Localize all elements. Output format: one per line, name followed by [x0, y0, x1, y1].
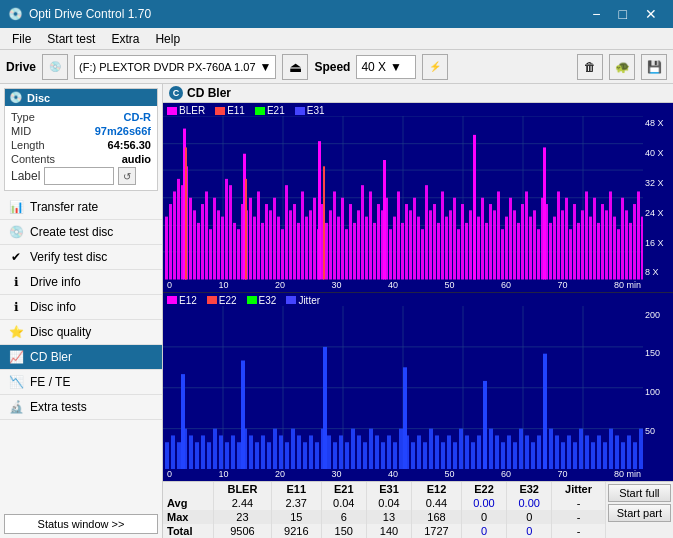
- svg-rect-221: [567, 435, 571, 469]
- svg-rect-154: [165, 442, 169, 469]
- nav-disc-quality[interactable]: ⭐ Disc quality: [0, 320, 162, 345]
- action-btn-2[interactable]: 🐢: [609, 54, 635, 80]
- svg-rect-77: [417, 217, 420, 280]
- nav-disc-quality-label: Disc quality: [30, 325, 91, 339]
- x1-70: 70: [557, 280, 567, 290]
- nav-drive-info[interactable]: ℹ Drive info: [0, 270, 162, 295]
- speed-icon-btn[interactable]: ⚡: [422, 54, 448, 80]
- svg-rect-32: [237, 229, 240, 279]
- legend2-e22: E22: [207, 295, 237, 306]
- svg-rect-215: [531, 442, 535, 469]
- svg-rect-195: [411, 442, 415, 469]
- svg-rect-90: [469, 210, 472, 279]
- row-total-e21: 150: [321, 524, 366, 538]
- speed-select[interactable]: 40 X ▼: [356, 55, 416, 79]
- svg-rect-62: [357, 210, 360, 279]
- row-max-e12: 168: [412, 510, 462, 524]
- svg-rect-120: [589, 217, 592, 280]
- svg-rect-235: [241, 360, 245, 469]
- svg-rect-73: [401, 223, 404, 280]
- svg-rect-238: [483, 380, 487, 469]
- menu-start-test[interactable]: Start test: [39, 30, 103, 48]
- chart2-y-axis: 200 150 100 50: [643, 306, 673, 470]
- legend2-e32-color: [247, 296, 257, 304]
- maximize-button[interactable]: □: [611, 4, 635, 24]
- svg-rect-181: [327, 435, 331, 469]
- svg-rect-232: [633, 442, 637, 469]
- nav-transfer-rate[interactable]: 📊 Transfer rate: [0, 195, 162, 220]
- svg-rect-58: [341, 198, 344, 280]
- svg-rect-226: [597, 435, 601, 469]
- nav-transfer-rate-label: Transfer rate: [30, 200, 98, 214]
- disc-panel-header: 💿 Disc: [5, 89, 157, 106]
- svg-rect-214: [525, 435, 529, 469]
- row-total-label: Total: [163, 524, 213, 538]
- svg-rect-110: [549, 223, 552, 280]
- status-window-button[interactable]: Status window >>: [4, 514, 158, 534]
- x1-20: 20: [275, 280, 285, 290]
- action-btn-1[interactable]: 🗑: [577, 54, 603, 80]
- start-part-button[interactable]: Start part: [608, 504, 671, 522]
- menu-file[interactable]: File: [4, 30, 39, 48]
- row-max-e22: 0: [461, 510, 506, 524]
- stats-and-buttons: BLER E11 E21 E31 E12 E22 E32 Jitter: [163, 482, 673, 538]
- row-total-jitter: -: [552, 524, 605, 538]
- svg-rect-175: [291, 428, 295, 469]
- refresh-label-btn[interactable]: ↺: [118, 167, 136, 185]
- svg-rect-78: [421, 229, 424, 279]
- nav-disc-info[interactable]: ℹ Disc info: [0, 295, 162, 320]
- svg-rect-164: [225, 442, 229, 469]
- svg-rect-163: [219, 435, 223, 469]
- svg-rect-185: [351, 428, 355, 469]
- menu-extra[interactable]: Extra: [103, 30, 147, 48]
- disc-header-label: Disc: [27, 92, 50, 104]
- disc-label-input[interactable]: [44, 167, 114, 185]
- y2-label-1: 200: [645, 310, 671, 320]
- svg-rect-40: [269, 210, 272, 279]
- nav-drive-info-label: Drive info: [30, 275, 81, 289]
- x2-30: 30: [331, 469, 341, 479]
- x2-70: 70: [557, 469, 567, 479]
- nav-cd-bler[interactable]: 📈 CD Bler: [0, 345, 162, 370]
- row-avg-e22: 0.00: [461, 496, 506, 510]
- svg-rect-82: [437, 223, 440, 280]
- disc-icon: 💿: [9, 91, 23, 104]
- close-button[interactable]: ✕: [637, 4, 665, 24]
- disc-length-row: Length 64:56.30: [9, 138, 153, 152]
- svg-rect-197: [423, 442, 427, 469]
- legend-e31-color: [295, 107, 305, 115]
- svg-rect-21: [193, 210, 196, 279]
- svg-rect-171: [267, 442, 271, 469]
- svg-rect-117: [577, 223, 580, 280]
- cdbler-icon: C: [169, 86, 183, 100]
- menu-help[interactable]: Help: [147, 30, 188, 48]
- eject-button[interactable]: ⏏: [282, 54, 308, 80]
- svg-rect-172: [273, 428, 277, 469]
- svg-rect-213: [519, 428, 523, 469]
- row-max-bler: 23: [213, 510, 271, 524]
- nav-create-test-disc[interactable]: 💿 Create test disc: [0, 220, 162, 245]
- row-max-e21: 6: [321, 510, 366, 524]
- drive-select[interactable]: (F:) PLEXTOR DVDR PX-760A 1.07 ▼: [74, 55, 276, 79]
- drive-label: Drive: [6, 60, 36, 74]
- disc-panel: 💿 Disc Type CD-R MID 97m26s66f Length 64…: [4, 88, 158, 191]
- start-full-button[interactable]: Start full: [608, 484, 671, 502]
- svg-rect-225: [591, 442, 595, 469]
- nav-fe-te[interactable]: 📉 FE / TE: [0, 370, 162, 395]
- disc-info-icon: ℹ: [8, 299, 24, 315]
- svg-rect-224: [585, 435, 589, 469]
- row-total-e31: 140: [366, 524, 411, 538]
- svg-rect-36: [253, 217, 256, 280]
- minimize-button[interactable]: −: [584, 4, 608, 24]
- svg-rect-46: [293, 204, 296, 279]
- svg-rect-63: [361, 185, 364, 279]
- action-btn-3[interactable]: 💾: [641, 54, 667, 80]
- row-avg-e31: 0.04: [366, 496, 411, 510]
- y1-label-2: 40 X: [645, 148, 671, 158]
- nav-verify-test-disc[interactable]: ✔ Verify test disc: [0, 245, 162, 270]
- drive-dropdown-icon: ▼: [260, 60, 272, 74]
- x2-40: 40: [388, 469, 398, 479]
- nav-extra-tests[interactable]: 🔬 Extra tests: [0, 395, 162, 420]
- svg-rect-138: [473, 135, 476, 280]
- svg-rect-212: [513, 442, 517, 469]
